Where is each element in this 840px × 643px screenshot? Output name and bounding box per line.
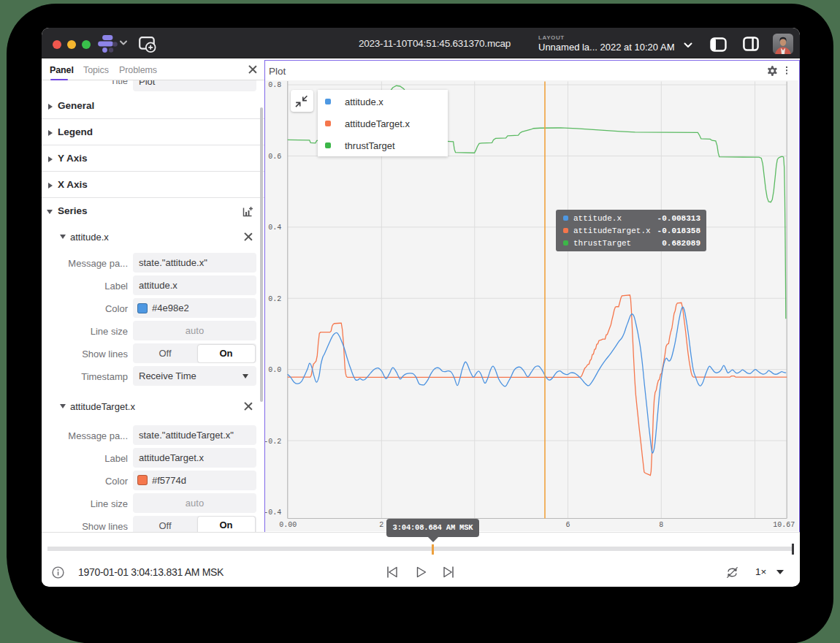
svg-text:8: 8 <box>659 522 663 530</box>
svg-text:0.00: 0.00 <box>279 522 297 530</box>
svg-text:-0.4: -0.4 <box>265 509 281 517</box>
svg-text:-0.2: -0.2 <box>265 438 281 446</box>
svg-text:0.6: 0.6 <box>268 153 281 161</box>
svg-text:6: 6 <box>565 522 570 530</box>
svg-text:0.8: 0.8 <box>268 81 281 89</box>
svg-text:10.67: 10.67 <box>773 522 795 530</box>
svg-text:0.2: 0.2 <box>268 295 281 303</box>
svg-text:2: 2 <box>379 522 383 530</box>
svg-text:0.0: 0.0 <box>268 366 281 374</box>
svg-text:0.4: 0.4 <box>268 224 281 232</box>
